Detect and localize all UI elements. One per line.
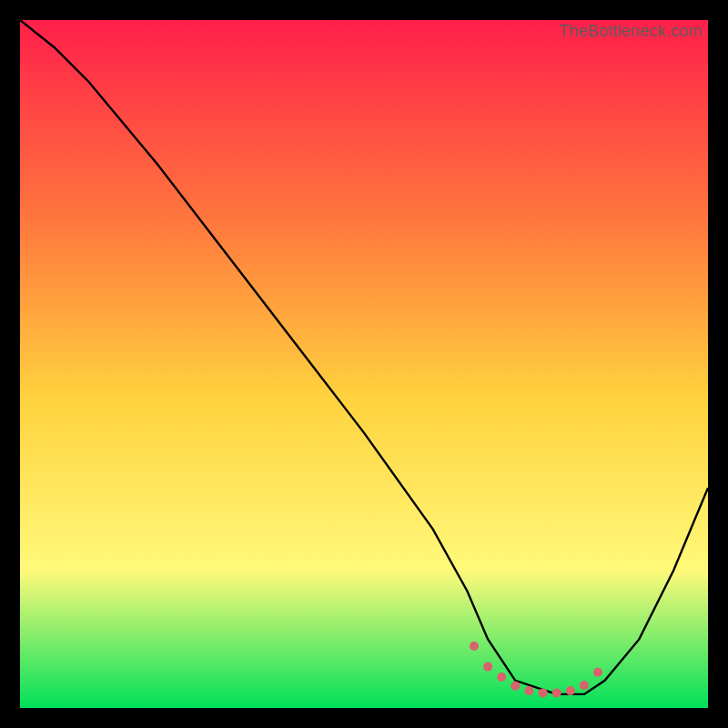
optimal-marker: [511, 682, 520, 691]
optimal-marker: [552, 688, 561, 697]
optimal-marker: [470, 642, 479, 651]
optimal-marker: [593, 668, 602, 677]
watermark-text: TheBottleneck.com: [560, 22, 703, 41]
optimal-marker: [539, 688, 548, 697]
chart-frame: TheBottleneck.com: [20, 20, 708, 708]
optimal-marker: [483, 662, 492, 672]
optimal-marker: [524, 686, 533, 695]
optimal-marker: [566, 686, 575, 695]
optimal-marker: [497, 672, 506, 682]
plot-area: TheBottleneck.com: [20, 20, 708, 708]
optimal-marker: [580, 681, 589, 690]
chart-svg: [20, 20, 708, 708]
